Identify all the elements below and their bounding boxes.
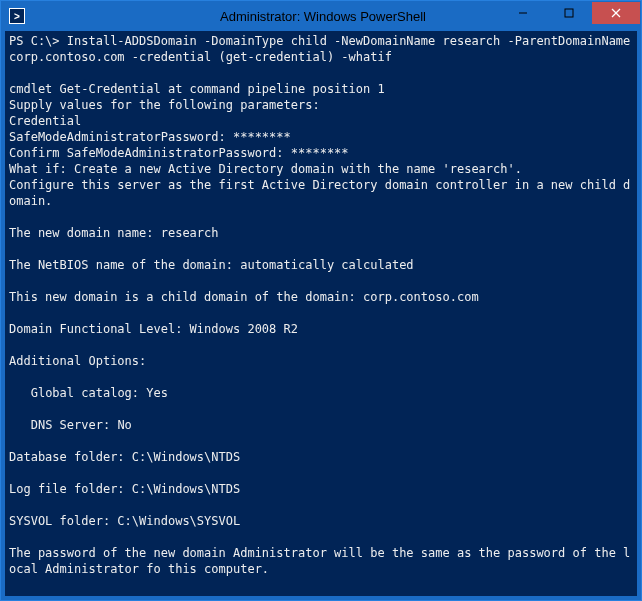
titlebar[interactable]: Administrator: Windows PowerShell [1, 1, 641, 31]
output-line: The password of the new domain Administr… [9, 546, 630, 576]
output-line: Credential [9, 114, 81, 128]
output-line: Domain Functional Level: Windows 2008 R2 [9, 322, 298, 336]
output-line: SafeModeAdministratorPassword: ******** [9, 130, 291, 144]
output-line: cmdlet Get-Credential at command pipelin… [9, 82, 385, 96]
powershell-window: Administrator: Windows PowerShell PS C:\… [0, 0, 642, 601]
maximize-button[interactable] [546, 2, 592, 24]
output-line: Additional Options: [9, 354, 146, 368]
prompt-text: PS C:\> [9, 34, 67, 48]
output-line: Supply values for the following paramete… [9, 98, 320, 112]
command-text: Install-ADDSDomain -DomainType child -Ne… [9, 34, 637, 64]
output-line: Database folder: C:\Windows\NTDS [9, 450, 240, 464]
close-button[interactable] [592, 2, 640, 24]
prompt-text: PS C:\> [9, 594, 60, 596]
close-icon [611, 8, 621, 18]
output-line: Configure this server as the first Activ… [9, 178, 630, 208]
minimize-button[interactable] [500, 2, 546, 24]
window-controls [500, 2, 640, 24]
output-line: What if: Create a new Active Directory d… [9, 162, 522, 176]
output-line: The NetBIOS name of the domain: automati… [9, 258, 414, 272]
output-line: The new domain name: research [9, 226, 219, 240]
powershell-icon [9, 8, 25, 24]
output-line: SYSVOL folder: C:\Windows\SYSVOL [9, 514, 240, 528]
output-line: Log file folder: C:\Windows\NTDS [9, 482, 240, 496]
output-line: Confirm SafeModeAdministratorPassword: *… [9, 146, 349, 160]
output-line: DNS Server: No [9, 418, 132, 432]
output-line: Global catalog: Yes [9, 386, 168, 400]
output-line: This new domain is a child domain of the… [9, 290, 479, 304]
svg-rect-1 [565, 9, 573, 17]
maximize-icon [564, 8, 574, 18]
minimize-icon [518, 8, 528, 18]
terminal-area[interactable]: PS C:\> Install-ADDSDomain -DomainType c… [5, 31, 637, 596]
